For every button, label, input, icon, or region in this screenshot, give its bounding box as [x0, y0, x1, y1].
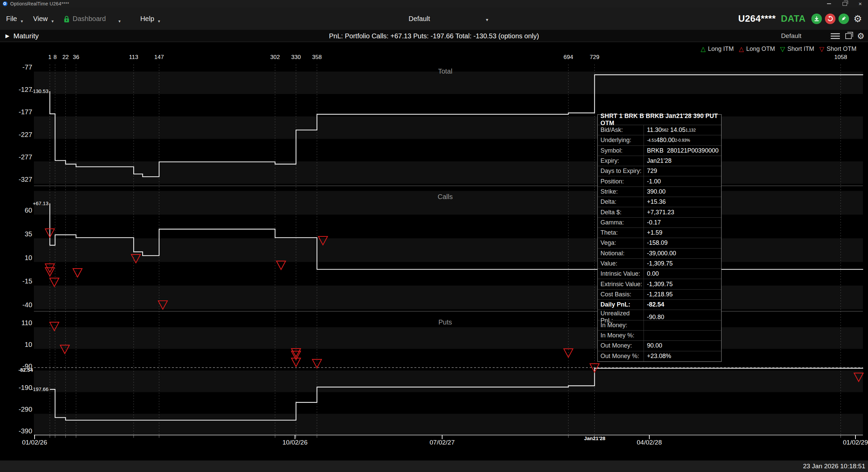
tooltip-row-label: In Money: [598, 320, 644, 330]
chevron-down-icon: ▾ [52, 19, 54, 24]
chart-legend: △Long ITM△Long OTM▽Short ITM▽Short OTM [701, 45, 856, 53]
tooltip-row-value: +23.08% [644, 351, 721, 361]
panel-settings-gear-icon[interactable]: ⚙ [857, 31, 865, 41]
legend-item-long-otm[interactable]: △Long OTM [739, 45, 775, 53]
tooltip-row-value: +15.36 [644, 197, 721, 207]
tooltip-row-label: Vega: [598, 238, 644, 248]
legend-item-short-otm[interactable]: ▽Short OTM [819, 45, 856, 53]
close-button[interactable]: × [852, 0, 868, 7]
data-status-badge: DATA [781, 14, 806, 24]
triangle-up-icon: △ [701, 46, 706, 52]
workspace-selector[interactable]: Default ▾ [409, 7, 488, 30]
y-tick-label: -290 [19, 406, 32, 413]
maximize-button[interactable] [837, 0, 852, 7]
connection-button[interactable] [839, 14, 849, 24]
legend-item-long-itm[interactable]: △Long ITM [701, 45, 734, 53]
tooltip-row-label: Cost Basis: [598, 290, 644, 299]
minimize-icon [827, 3, 831, 4]
panel-title: Calls [438, 193, 453, 200]
y-tick-label: -15 [22, 277, 32, 285]
days-to-expiry-label: 8 [54, 54, 57, 60]
days-to-expiry-label: 1 [48, 54, 51, 60]
x-axis-date-label: 07/02/27 [430, 439, 455, 446]
y-tick-label: -227 [19, 131, 32, 138]
tooltip-row: Vega:-158.09 [598, 238, 721, 248]
days-to-expiry-label: 1058 [834, 54, 847, 60]
legend-item-short-itm[interactable]: ▽Short ITM [780, 45, 814, 53]
tooltip-row: Notional:-39,000.00 [598, 249, 721, 259]
menu-dashboard[interactable]: Dashboard ▾ [64, 15, 120, 23]
days-to-expiry-label: 36 [73, 54, 79, 60]
triangle-down-icon: ▽ [819, 46, 824, 52]
tooltip-row: Theta:+1.59 [598, 228, 721, 238]
menu-icon[interactable] [831, 33, 840, 39]
settings-gear-icon[interactable]: ⚙ [853, 13, 862, 24]
tooltip-row-label: Out Money %: [598, 351, 644, 361]
minimize-button[interactable] [821, 0, 837, 7]
tooltip-row-value: Jan21'28 [644, 156, 721, 166]
tooltip-row-label: Notional: [598, 249, 644, 258]
workspace-selector-value: Default [409, 15, 430, 23]
short-otm-marker [73, 269, 82, 277]
menu-file[interactable]: File ▾ [6, 15, 23, 23]
position-tooltip: SHRT 1 BRK B BRKB Jan21'28 390 PUT OTM B… [597, 114, 722, 362]
y-tick-label: -40 [22, 301, 32, 309]
restore-icon [843, 2, 847, 6]
duplicate-icon[interactable] [845, 33, 852, 39]
triangle-up-icon: △ [739, 46, 744, 52]
tooltip-row: Strike:390.00 [598, 187, 721, 197]
account-area: U264**** DATA ⚙ [738, 7, 862, 30]
tooltip-row: In Money %: [598, 331, 721, 341]
panel-title: Total [438, 67, 452, 75]
account-id: U264**** [738, 14, 776, 24]
chevron-down-icon: ▾ [21, 19, 23, 24]
download-button[interactable] [811, 14, 822, 24]
x-axis-date-label: 04/02/28 [637, 439, 662, 446]
tooltip-row-value: -1,309.75 [644, 279, 721, 289]
menu-file-label: File [6, 15, 17, 23]
tooltip-row: In Money: [598, 320, 721, 331]
layout-selector[interactable]: Default [781, 32, 801, 40]
days-to-expiry-label: 729 [590, 54, 599, 60]
menu-help[interactable]: Help ▾ [140, 15, 160, 23]
y-tick-label: -190 [19, 384, 32, 391]
tooltip-row-label: Theta: [598, 228, 644, 238]
y-tick-label: 10 [25, 341, 32, 348]
chevron-down-icon: ▾ [118, 19, 121, 24]
tooltip-row-value: -4.51480.002-0.93% [644, 135, 721, 145]
days-to-expiry-label: 358 [312, 54, 322, 60]
menu-dashboard-label: Dashboard [73, 15, 106, 23]
tooltip-row-value: 11.30562 14.051,132 [644, 125, 721, 135]
tooltip-row-label: Bid/Ask: [598, 125, 644, 135]
menu-view[interactable]: View ▾ [33, 15, 54, 23]
legend-label: Short ITM [787, 45, 814, 53]
series-start-value: +67.13 [33, 200, 48, 206]
panel-stripe [34, 414, 863, 435]
legend-label: Short OTM [827, 45, 856, 53]
clock-timestamp: 23 Jan 2026 10:18:51 [803, 463, 865, 470]
expand-caret-icon[interactable]: ▶ [5, 33, 9, 39]
reset-button[interactable] [825, 14, 835, 24]
pnl-chart-canvas[interactable]: 1822361131473023303586947291058-77-127-1… [0, 42, 868, 460]
chevron-down-icon: ▾ [158, 19, 160, 24]
tooltip-row-label: Intrinsic Value: [598, 269, 644, 279]
tooltip-row: Delta $:+7,371.23 [598, 207, 721, 217]
tooltip-row-label: Out Money: [598, 341, 644, 351]
section-title: Maturity [14, 32, 39, 40]
tooltip-row-label: Gamma: [598, 218, 644, 228]
tooltip-row: Position:-1.00 [598, 176, 721, 186]
section-title-group[interactable]: ▶ Maturity [5, 30, 39, 42]
tooltip-title: SHRT 1 BRK B BRKB Jan21'28 390 PUT OTM [598, 115, 721, 125]
tooltip-row-label: Daily PnL: [598, 300, 644, 310]
y-tick-label: 35 [25, 230, 32, 238]
tooltip-row: Value:-1,309.75 [598, 259, 721, 269]
short-otm-marker [276, 261, 285, 270]
tooltip-row-value: -82.54 [644, 300, 721, 310]
tooltip-row-label: Strike: [598, 187, 644, 197]
y-tick-label: -390 [19, 427, 32, 435]
section-header-bar: ▶ Maturity PnL: Portfolio Calls: +67.13 … [0, 30, 868, 42]
tooltip-row-value [644, 320, 721, 330]
panel-stripe [34, 116, 863, 139]
tooltip-row-value: -1,309.75 [644, 259, 721, 269]
maturity-pnl-chart: 1822361131473023303586947291058-77-127-1… [0, 42, 868, 460]
